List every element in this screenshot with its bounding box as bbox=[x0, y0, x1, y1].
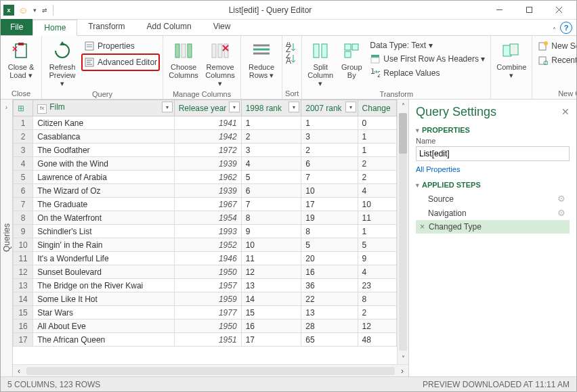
row-index[interactable]: 15 bbox=[14, 306, 33, 320]
row-index[interactable]: 10 bbox=[14, 238, 33, 252]
cell-1998[interactable]: 16 bbox=[241, 320, 301, 333]
filter-dropdown-icon[interactable]: ▾ bbox=[288, 102, 299, 112]
queries-pane-collapsed[interactable]: › Queries bbox=[1, 100, 13, 376]
cell-film[interactable]: Schindler's List bbox=[33, 225, 174, 238]
tab-view[interactable]: View bbox=[202, 19, 242, 35]
smiley-icon[interactable]: ☺ bbox=[18, 5, 29, 16]
applied-step[interactable]: Source⚙ bbox=[416, 192, 570, 206]
cell-film[interactable]: Casablanca bbox=[33, 130, 174, 144]
cell-1998[interactable]: 10 bbox=[241, 238, 301, 252]
row-index[interactable]: 7 bbox=[14, 198, 33, 211]
cell-1998[interactable]: 9 bbox=[241, 225, 301, 238]
advanced-editor-button[interactable]: Advanced Editor bbox=[81, 53, 160, 71]
help-button[interactable]: ? bbox=[560, 22, 572, 34]
table-row[interactable]: 5 Lawrence of Arabia 1962 5 7 2 bbox=[14, 171, 397, 184]
cell-1998[interactable]: 5 bbox=[241, 171, 301, 184]
cell-2007[interactable]: 7 bbox=[301, 171, 358, 184]
cell-1998[interactable]: 3 bbox=[241, 144, 301, 157]
cell-year[interactable]: 1939 bbox=[174, 184, 241, 198]
cell-film[interactable]: Lawrence of Arabia bbox=[33, 171, 174, 184]
cell-change[interactable]: 5 bbox=[358, 238, 396, 252]
cell-film[interactable]: Gone with the Wind bbox=[33, 157, 174, 171]
cell-change[interactable]: 1 bbox=[358, 225, 396, 238]
scroll-up-icon[interactable]: ˄ bbox=[398, 100, 408, 112]
row-index[interactable]: 17 bbox=[14, 333, 33, 347]
cell-change[interactable]: 2 bbox=[358, 157, 396, 171]
cell-film[interactable]: Some Like It Hot bbox=[33, 292, 174, 306]
maximize-button[interactable] bbox=[514, 2, 544, 18]
close-window-button[interactable] bbox=[544, 2, 574, 18]
cell-2007[interactable]: 6 bbox=[301, 157, 358, 171]
cell-2007[interactable]: 17 bbox=[301, 198, 358, 211]
cell-change[interactable]: 12 bbox=[358, 320, 396, 333]
filter-dropdown-icon[interactable]: ▾ bbox=[229, 102, 240, 112]
cell-year[interactable]: 1993 bbox=[174, 225, 241, 238]
cell-change[interactable]: 4 bbox=[358, 265, 396, 279]
cell-year[interactable]: 1977 bbox=[174, 306, 241, 320]
cell-film[interactable]: Citizen Kane bbox=[33, 116, 174, 130]
row-index[interactable]: 12 bbox=[14, 265, 33, 279]
cell-year[interactable]: 1954 bbox=[174, 211, 241, 225]
row-index[interactable]: 11 bbox=[14, 252, 33, 265]
cell-film[interactable]: The Graduate bbox=[33, 198, 174, 211]
recent-sources-button[interactable]: Recent Sources ▾ bbox=[535, 53, 577, 67]
cell-2007[interactable]: 65 bbox=[301, 333, 358, 347]
table-row[interactable]: 16 All About Eve 1950 16 28 12 bbox=[14, 320, 397, 333]
cell-1998[interactable]: 4 bbox=[241, 157, 301, 171]
scroll-left-icon[interactable]: ‹ bbox=[13, 366, 25, 376]
cell-year[interactable]: 1972 bbox=[174, 144, 241, 157]
cell-2007[interactable]: 13 bbox=[301, 306, 358, 320]
new-source-button[interactable]: New Source ▾ bbox=[535, 39, 577, 53]
cell-2007[interactable]: 22 bbox=[301, 292, 358, 306]
replace-values-button[interactable]: 12 Replace Values bbox=[367, 66, 488, 80]
data-type-button[interactable]: Data Type: Text ▾ bbox=[367, 39, 488, 51]
cell-film[interactable]: The Wizard of Oz bbox=[33, 184, 174, 198]
query-name-input[interactable] bbox=[416, 146, 570, 161]
row-header-icon[interactable]: ⊞ bbox=[14, 100, 33, 116]
cell-film[interactable]: All About Eve bbox=[33, 320, 174, 333]
cell-film[interactable]: Sunset Boulevard bbox=[33, 265, 174, 279]
cell-film[interactable]: The Bridge on the River Kwai bbox=[33, 279, 174, 292]
cell-1998[interactable]: 12 bbox=[241, 265, 301, 279]
row-index[interactable]: 16 bbox=[14, 320, 33, 333]
row-index[interactable]: 13 bbox=[14, 279, 33, 292]
scroll-down-icon[interactable]: ˅ bbox=[398, 352, 408, 364]
table-row[interactable]: 1 Citizen Kane 1941 1 1 0 bbox=[14, 116, 397, 130]
tab-transform[interactable]: Transform bbox=[77, 19, 135, 35]
cell-film[interactable]: The African Queen bbox=[33, 333, 174, 347]
cell-1998[interactable]: 7 bbox=[241, 198, 301, 211]
cell-year[interactable]: 1939 bbox=[174, 157, 241, 171]
cell-1998[interactable]: 15 bbox=[241, 306, 301, 320]
cell-year[interactable]: 1950 bbox=[174, 320, 241, 333]
cell-1998[interactable]: 17 bbox=[241, 333, 301, 347]
first-row-headers-button[interactable]: Use First Row As Headers ▾ bbox=[367, 52, 488, 66]
properties-header[interactable]: PROPERTIES bbox=[416, 126, 570, 134]
cell-change[interactable]: 1 bbox=[358, 144, 396, 157]
row-index[interactable]: 1 bbox=[14, 116, 33, 130]
cell-2007[interactable]: 10 bbox=[301, 184, 358, 198]
remove-columns-button[interactable]: Remove Columns ▾ bbox=[202, 38, 238, 89]
group-by-button[interactable]: Group By bbox=[337, 38, 366, 81]
cell-1998[interactable]: 2 bbox=[241, 130, 301, 144]
cell-year[interactable]: 1952 bbox=[174, 238, 241, 252]
table-row[interactable]: 10 Singin' in the Rain 1952 10 5 5 bbox=[14, 238, 397, 252]
cell-2007[interactable]: 19 bbox=[301, 211, 358, 225]
table-row[interactable]: 15 Star Wars 1977 15 13 2 bbox=[14, 306, 397, 320]
cell-2007[interactable]: 1 bbox=[301, 116, 358, 130]
cell-change[interactable]: 23 bbox=[358, 279, 396, 292]
cell-2007[interactable]: 8 bbox=[301, 225, 358, 238]
cell-year[interactable]: 1959 bbox=[174, 292, 241, 306]
row-index[interactable]: 9 bbox=[14, 225, 33, 238]
row-index[interactable]: 14 bbox=[14, 292, 33, 306]
cell-year[interactable]: 1941 bbox=[174, 116, 241, 130]
applied-step[interactable]: Navigation⚙ bbox=[416, 206, 570, 220]
row-index[interactable]: 6 bbox=[14, 184, 33, 198]
table-row[interactable]: 12 Sunset Boulevard 1950 12 16 4 bbox=[14, 265, 397, 279]
filter-dropdown-icon[interactable]: ▾ bbox=[162, 102, 173, 112]
cell-change[interactable]: 2 bbox=[358, 306, 396, 320]
row-index[interactable]: 8 bbox=[14, 211, 33, 225]
cell-2007[interactable]: 36 bbox=[301, 279, 358, 292]
row-index[interactable]: 5 bbox=[14, 171, 33, 184]
cell-year[interactable]: 1942 bbox=[174, 130, 241, 144]
horizontal-scrollbar[interactable]: ‹ › bbox=[13, 364, 408, 376]
